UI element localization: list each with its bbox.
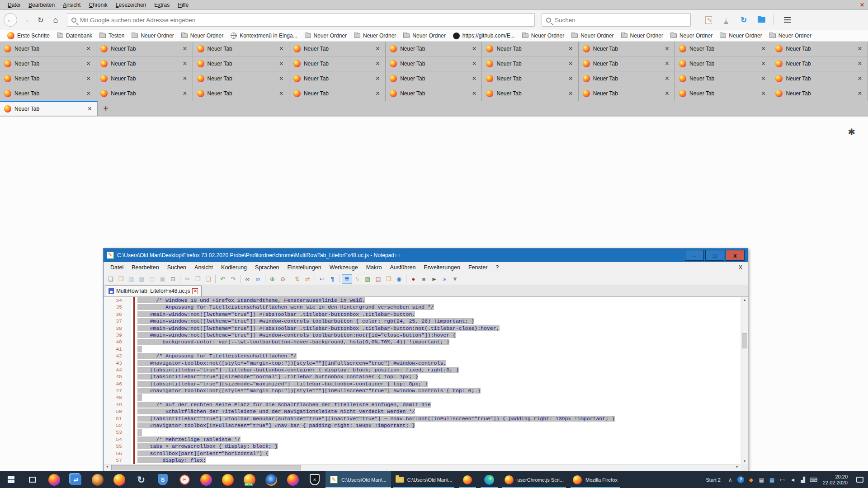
macro-record-icon[interactable]: ●	[408, 274, 419, 284]
bookmark-item[interactable]: Testen	[96, 32, 128, 40]
tab[interactable]: Neuer Tab×	[0, 42, 96, 56]
npp-menu-item-sprachen[interactable]: Sprachen	[251, 263, 283, 272]
tab[interactable]: Neuer Tab×	[289, 71, 386, 86]
tab-close-icon[interactable]: ×	[374, 75, 381, 82]
scroll-down-icon[interactable]: ▼	[741, 460, 748, 463]
url-bar[interactable]	[67, 13, 535, 27]
start-button[interactable]	[0, 471, 22, 488]
npp-menu-item-fenster[interactable]: Fenster	[464, 263, 491, 272]
bookmark-item[interactable]: Kontextmenü in Einga...	[227, 32, 301, 40]
bookmark-item[interactable]: Neuer Ordner	[350, 32, 400, 40]
tab[interactable]: Neuer Tab×	[386, 42, 482, 56]
tab[interactable]: Neuer Tab×	[482, 56, 578, 71]
tab[interactable]: Neuer Tab×	[386, 56, 482, 71]
taskbar-task-c-users-old-man[interactable]: C:\Users\Old Man\...	[391, 471, 457, 488]
npp-menu-item-[interactable]: ?	[491, 263, 503, 272]
bookmark-item[interactable]: Neuer Ordner	[400, 32, 449, 40]
display-icon[interactable]: ▭	[777, 477, 788, 483]
scroll-left-icon[interactable]: ◄	[104, 465, 110, 468]
tab-close-icon[interactable]: ×	[664, 61, 670, 67]
npp-menu-item-einstellungen[interactable]: Einstellungen	[283, 263, 326, 272]
menu-button[interactable]	[780, 13, 794, 27]
menubar-item-extras[interactable]: Extras	[150, 1, 174, 9]
new-tab-button[interactable]: +	[98, 101, 114, 116]
home-button[interactable]: ⌂	[49, 14, 62, 26]
search-input[interactable]	[555, 17, 686, 23]
taskbar-toolbar-label[interactable]: Start 2	[702, 471, 725, 488]
bookmark-item[interactable]: Neuer Ordner	[667, 32, 716, 40]
tab[interactable]: Neuer Tab×	[771, 86, 868, 101]
cut-icon[interactable]: ✂	[182, 274, 193, 284]
save-all-icon[interactable]: ▩	[137, 274, 147, 284]
tab-close-icon[interactable]: ×	[856, 75, 863, 82]
tab[interactable]: Neuer Tab×	[771, 71, 868, 86]
tab-close-icon[interactable]: ×	[181, 90, 188, 97]
tab[interactable]: Neuer Tab×	[96, 86, 193, 101]
npp-menubar-close-icon[interactable]: X	[739, 264, 742, 271]
tab[interactable]: Neuer Tab×	[579, 71, 675, 86]
bookmark-item[interactable]: Neuer Ordner	[178, 32, 227, 40]
edit-note-button[interactable]	[701, 13, 716, 27]
taskbar-pinned-firefox-beta[interactable]	[239, 471, 260, 488]
paste-icon[interactable]: ❑	[203, 274, 213, 284]
npp-menu-item-suchen[interactable]: Suchen	[163, 263, 190, 272]
tab-close-icon[interactable]: ×	[664, 90, 670, 97]
npp-menu-item-kodierung[interactable]: Kodierung	[217, 263, 251, 272]
notification-center-button[interactable]	[852, 471, 868, 488]
tab-close-icon[interactable]: ×	[471, 46, 477, 52]
tab-close-icon[interactable]: ×	[278, 46, 285, 52]
tab[interactable]: Neuer Tab×	[482, 42, 578, 56]
tab-close-icon[interactable]: ×	[471, 61, 477, 67]
taskbar-pinned-firefox-purple[interactable]	[43, 471, 65, 488]
open-file-icon[interactable]: ❒	[116, 274, 126, 284]
tab-close-icon[interactable]: ×	[760, 46, 767, 52]
tab[interactable]: Neuer Tab×	[675, 56, 771, 71]
tab-close-icon[interactable]: ×	[760, 61, 767, 67]
tab[interactable]: Neuer Tab×	[193, 56, 289, 71]
tab-close-icon[interactable]: ×	[278, 75, 285, 82]
tab[interactable]: Neuer Tab×	[386, 86, 482, 101]
sync-button[interactable]: ↻	[736, 13, 751, 27]
npp-menu-item-ausf-hren[interactable]: Ausführen	[386, 263, 420, 272]
scroll-right-icon[interactable]: ►	[734, 465, 741, 468]
tab[interactable]: Neuer Tab×	[96, 71, 193, 86]
tab[interactable]: Neuer Tab×	[579, 42, 675, 56]
word-wrap-icon[interactable]: ↩	[317, 274, 327, 284]
tab[interactable]: Neuer Tab×	[675, 86, 771, 101]
zoom-in-icon[interactable]: ⊕	[267, 274, 278, 284]
menubar-item-chronik[interactable]: Chronik	[85, 1, 111, 9]
taskbar-pinned-shield-dark-app[interactable]: ✕	[304, 471, 326, 488]
tab[interactable]: Neuer Tab×	[579, 86, 675, 101]
tab-close-icon[interactable]: ×	[760, 75, 767, 82]
taskbar-task-c-users-old-man[interactable]: C:\Users\Old Man\...	[326, 471, 391, 488]
bookmark-item[interactable]: Neuer Ordner	[519, 32, 568, 40]
taskbar-pinned-shield-s-app[interactable]: S	[152, 471, 174, 488]
task-view-button[interactable]	[22, 471, 43, 488]
tab-close-icon[interactable]: ×	[664, 46, 670, 52]
bookmark-item[interactable]: Neuer Ordner	[568, 32, 617, 40]
sync-horizontal-scrolling-icon[interactable]: ⇄	[302, 274, 313, 284]
tab[interactable]: Neuer Tab×	[0, 56, 96, 71]
tab[interactable]: Neuer Tab×	[675, 71, 771, 86]
bookmark-item[interactable]: Neuer Ordner	[128, 32, 177, 40]
tab-close-icon[interactable]: ×	[181, 75, 188, 82]
new-file-icon[interactable]: ❏	[105, 274, 116, 284]
help-icon[interactable]: ?	[736, 476, 746, 483]
taskbar-pinned-firefox[interactable]	[108, 471, 130, 488]
npp-menu-item-datei[interactable]: Datei	[106, 263, 127, 272]
tab[interactable]: Neuer Tab×	[675, 42, 771, 56]
print-icon[interactable]: ⊟	[168, 274, 178, 284]
document-tab[interactable]: MultiRowTab_LiteforFx48.uc.js ✕	[105, 285, 202, 296]
tab-close-icon[interactable]: ×	[567, 90, 574, 97]
close-all-icon[interactable]: ▣	[157, 274, 168, 284]
taskbar-task-mozilla-firefox[interactable]: Mozilla Firefox	[568, 471, 622, 488]
forward-button[interactable]: →	[19, 14, 32, 26]
taskbar-pinned-firefox-classic[interactable]	[260, 471, 282, 488]
sync-vertical-scrolling-icon[interactable]: ⇅	[292, 274, 302, 284]
tab-close-icon[interactable]: ×	[567, 61, 574, 67]
copy-icon[interactable]: ❐	[193, 274, 203, 284]
tab-close-icon[interactable]: ×	[471, 90, 477, 97]
npp-menu-item-ansicht[interactable]: Ansicht	[190, 263, 217, 272]
taskbar-task-firefox[interactable]	[457, 471, 478, 488]
tab[interactable]: Neuer Tab×	[289, 86, 386, 101]
